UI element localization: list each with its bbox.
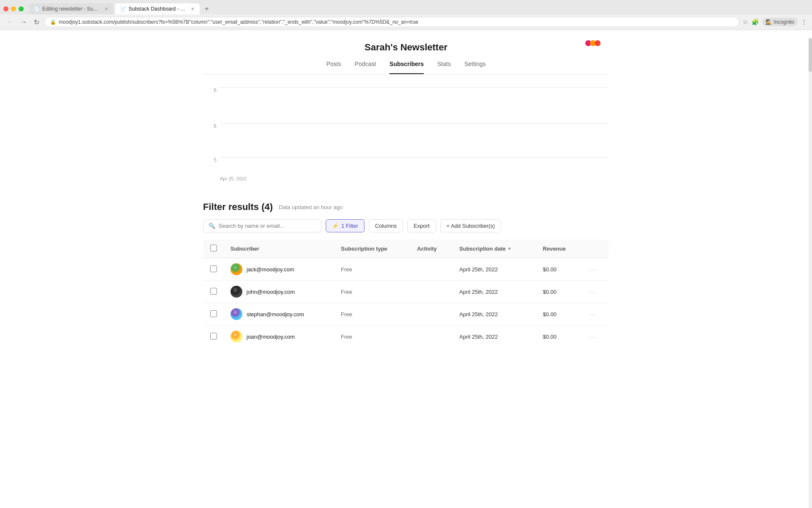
table-row: stephan@moodjoy.com Free April 25th, 202… (203, 303, 609, 326)
row-actions-2[interactable]: ··· (589, 289, 596, 295)
header-avatar[interactable] (585, 40, 601, 46)
export-button[interactable]: Export (407, 219, 436, 232)
tab-bar: 📄 Editing newsletter - Substack ✕ 📄 Subs… (0, 0, 812, 14)
incognito-icon: 🕵️ (765, 19, 772, 25)
th-select-all[interactable] (203, 240, 224, 258)
close-traffic-light[interactable] (3, 6, 8, 11)
table-header: Subscriber Subscription type Activity Su… (203, 240, 609, 258)
export-button-label: Export (414, 223, 430, 229)
row-actions-1[interactable]: ··· (589, 266, 596, 273)
row-checkbox-2[interactable] (210, 288, 217, 295)
maximize-traffic-light[interactable] (19, 6, 24, 11)
avatar-dot-3 (595, 40, 601, 46)
svg-point-1 (230, 286, 242, 298)
nav-subscribers[interactable]: Subscribers (390, 61, 424, 74)
row-actions-4[interactable]: ··· (589, 334, 596, 340)
table-row: john@moodjoy.com Free April 25th, 2022 $… (203, 281, 609, 303)
chart-y-label-6-top: 6 (214, 87, 220, 93)
forward-button[interactable]: → (19, 17, 29, 27)
traffic-lights (3, 6, 24, 11)
td-type-2: Free (334, 281, 410, 303)
back-button[interactable]: ← (5, 17, 15, 27)
incognito-badge: 🕵️ Incognito (762, 18, 798, 26)
td-revenue-4: $0.00 (536, 326, 582, 348)
data-updated-label: Data updated an hour ago (279, 204, 343, 210)
th-subscription-type: Subscription type (334, 240, 410, 258)
refresh-button[interactable]: ↻ (32, 17, 41, 27)
extensions-button[interactable]: 🧩 (752, 19, 759, 25)
main-page: Sarah's Newsletter Posts Podcast Subscri… (195, 30, 617, 348)
row-checkbox-4[interactable] (210, 333, 217, 340)
search-box[interactable]: 🔍 (203, 219, 321, 232)
nav-podcast[interactable]: Podcast (354, 61, 376, 74)
svg-point-0 (230, 263, 242, 275)
scrollbar-track (809, 38, 812, 348)
row-actions-3[interactable]: ··· (589, 311, 596, 318)
td-revenue-3: $0.00 (536, 303, 582, 326)
td-checkbox-2[interactable] (203, 281, 224, 303)
subscriber-avatar-1 (230, 263, 242, 275)
tab-label-1: Editing newsletter - Substack (42, 6, 100, 12)
subscribers-table: Subscriber Subscription type Activity Su… (203, 239, 609, 348)
chart-y-label-5: 5 (214, 157, 220, 163)
scrollbar-thumb[interactable] (809, 38, 812, 72)
menu-button[interactable]: ⋮ (801, 19, 807, 25)
row-checkbox-3[interactable] (210, 310, 217, 317)
new-tab-button[interactable]: + (201, 3, 212, 14)
td-actions-2[interactable]: ··· (582, 281, 609, 303)
td-date-3: April 25th, 2022 (453, 303, 536, 326)
td-subscriber-2: john@moodjoy.com (224, 281, 334, 303)
td-checkbox-3[interactable] (203, 303, 224, 326)
table-row: jack@moodjoy.com Free April 25th, 2022 $… (203, 258, 609, 281)
sort-arrow-icon: ▼ (508, 246, 512, 251)
add-subscriber-label: + Add Subscriber(s) (447, 223, 495, 229)
toolbar: 🔍 ⚡ 1 Filter Columns Export + Add Subscr… (203, 219, 609, 232)
tab-close-1[interactable]: ✕ (104, 6, 108, 12)
tab-favicon-2: 📄 (120, 6, 126, 12)
nav-stats[interactable]: Stats (437, 61, 451, 74)
tab-label-2: Substack Dashboard - Sarah's (129, 6, 187, 12)
nav-settings[interactable]: Settings (464, 61, 486, 74)
filter-icon: ⚡ (332, 223, 339, 229)
tab-editing-newsletter[interactable]: 📄 Editing newsletter - Substack ✕ (29, 3, 113, 14)
td-actions-4[interactable]: ··· (582, 326, 609, 348)
th-subscription-date[interactable]: Subscription date ▼ (453, 240, 536, 258)
subscriber-avatar-3 (230, 308, 242, 320)
chart-gridline-mid (220, 123, 609, 124)
td-activity-1 (410, 258, 453, 281)
td-type-1: Free (334, 258, 410, 281)
td-activity-2 (410, 281, 453, 303)
address-actions: ☆ 🧩 🕵️ Incognito ⋮ (743, 18, 807, 26)
add-subscriber-button[interactable]: + Add Subscriber(s) (440, 219, 502, 232)
nav-posts[interactable]: Posts (326, 61, 341, 74)
chart-y-label-6-mid: 6 (214, 123, 220, 129)
page-content: Sarah's Newsletter Posts Podcast Subscri… (0, 30, 812, 348)
tab-substack-dashboard[interactable]: 📄 Substack Dashboard - Sarah's ✕ (115, 3, 200, 14)
bookmark-button[interactable]: ☆ (743, 19, 748, 25)
subscriber-cell-3: stephan@moodjoy.com (230, 308, 327, 320)
minimize-traffic-light[interactable] (11, 6, 16, 11)
columns-button[interactable]: Columns (369, 219, 403, 232)
tab-favicon-1: 📄 (34, 6, 40, 12)
url-bar[interactable]: 🔒 moodjoy1.substack.com/publish/subscrib… (44, 17, 739, 27)
filter-button[interactable]: ⚡ 1 Filter (326, 219, 365, 232)
th-activity: Activity (410, 240, 453, 258)
td-subscriber-4: joan@moodjoy.com (224, 326, 334, 348)
td-subscriber-3: stephan@moodjoy.com (224, 303, 334, 326)
filter-button-label: 1 Filter (341, 223, 358, 229)
lock-icon: 🔒 (50, 19, 56, 25)
columns-button-label: Columns (375, 223, 397, 229)
svg-point-2 (230, 308, 242, 320)
incognito-label: Incognito (774, 19, 794, 25)
select-all-checkbox[interactable] (210, 245, 217, 251)
td-date-4: April 25th, 2022 (453, 326, 536, 348)
td-checkbox-1[interactable] (203, 258, 224, 281)
svg-point-3 (230, 331, 242, 342)
td-actions-1[interactable]: ··· (582, 258, 609, 281)
td-checkbox-4[interactable] (203, 326, 224, 348)
td-actions-3[interactable]: ··· (582, 303, 609, 326)
search-icon: 🔍 (208, 223, 215, 229)
tab-close-2[interactable]: ✕ (191, 6, 195, 12)
row-checkbox-1[interactable] (210, 265, 217, 272)
search-input[interactable] (219, 223, 316, 229)
